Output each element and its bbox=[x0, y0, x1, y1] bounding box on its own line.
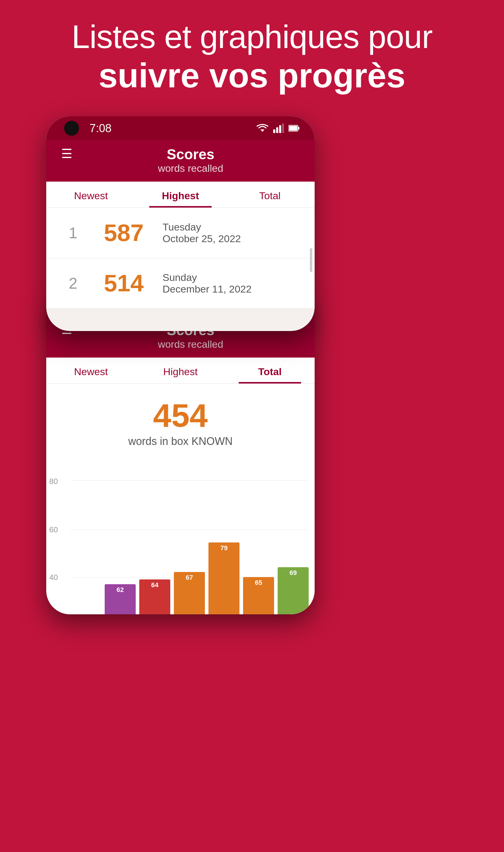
phone2-subtitle: words recalled bbox=[82, 339, 300, 350]
header-line2: suivre vos progrès bbox=[24, 56, 480, 95]
phone1-tab-bar: Newest Highest Total bbox=[46, 182, 314, 208]
phone1-title-block: Scores words recalled bbox=[82, 146, 300, 174]
signal-icon bbox=[273, 124, 284, 133]
y-label-80: 80 bbox=[49, 477, 58, 486]
tab2-total[interactable]: Total bbox=[225, 358, 314, 383]
score-date-2: Sunday December 11, 2022 bbox=[163, 272, 300, 295]
bar-group-1: 48 bbox=[70, 481, 101, 614]
bar-5: 79 bbox=[209, 542, 239, 614]
score-day-2: Sunday bbox=[163, 272, 300, 283]
phone1: 7:08 bbox=[46, 116, 314, 331]
bar-6: 65 bbox=[243, 577, 274, 614]
total-number: 454 bbox=[58, 396, 303, 435]
tab-newest[interactable]: Newest bbox=[46, 182, 136, 207]
total-label: words in box KNOWN bbox=[58, 435, 303, 448]
chart-bars: 48 62 64 bbox=[70, 481, 309, 614]
total-content: 454 words in box KNOWN bbox=[46, 384, 314, 466]
phone1-subtitle: words recalled bbox=[82, 163, 300, 174]
phone1-time: 7:08 bbox=[89, 122, 111, 135]
phone1-status-bar: 7:08 bbox=[46, 116, 314, 140]
phone2-tab-bar: Newest Highest Total bbox=[46, 358, 314, 384]
bar-group-3: 64 bbox=[139, 481, 170, 614]
wifi-icon bbox=[256, 124, 269, 133]
tab-highest[interactable]: Highest bbox=[136, 182, 225, 207]
bar-3: 64 bbox=[139, 579, 170, 614]
camera-notch bbox=[64, 121, 79, 136]
bar-2: 62 bbox=[105, 584, 136, 614]
svg-rect-3 bbox=[279, 125, 281, 133]
bar-group-5: 79 bbox=[209, 481, 239, 614]
phone1-title: Scores bbox=[82, 146, 300, 163]
y-label-40: 40 bbox=[49, 573, 58, 582]
bar-group-7: 69 bbox=[278, 481, 309, 614]
tab2-highest[interactable]: Highest bbox=[136, 358, 225, 383]
tab-total[interactable]: Total bbox=[225, 182, 314, 207]
table-row: 2 514 Sunday December 11, 2022 bbox=[46, 258, 314, 309]
rank-1: 1 bbox=[61, 224, 85, 242]
table-row: 1 587 Tuesday October 25, 2022 bbox=[46, 208, 314, 258]
scrollbar[interactable] bbox=[310, 248, 312, 272]
phone1-score-list: 1 587 Tuesday October 25, 2022 2 514 Sun… bbox=[46, 208, 314, 309]
score-fulldate-2: December 11, 2022 bbox=[163, 283, 300, 295]
svg-rect-1 bbox=[273, 129, 275, 133]
page-background: Listes et graphiques pour suivre vos pro… bbox=[0, 0, 504, 852]
score-fulldate-1: October 25, 2022 bbox=[163, 233, 300, 244]
bar-group-6: 65 bbox=[243, 481, 274, 614]
bar-4: 67 bbox=[174, 572, 205, 614]
bar-group-2: 62 bbox=[105, 481, 136, 614]
phone2: 5:49 bbox=[46, 292, 314, 614]
score-day-1: Tuesday bbox=[163, 221, 300, 233]
svg-marker-0 bbox=[260, 129, 265, 132]
rank-2: 2 bbox=[61, 274, 85, 292]
bar-7: 69 bbox=[278, 567, 309, 614]
phone1-screen: 7:08 bbox=[46, 116, 314, 331]
y-label-60: 60 bbox=[49, 525, 58, 534]
phone2-screen: 5:49 bbox=[46, 292, 314, 614]
score-value-2: 514 bbox=[94, 270, 154, 297]
chart-container: 80 60 40 48 bbox=[46, 466, 314, 614]
svg-rect-2 bbox=[276, 127, 278, 133]
status-icons bbox=[256, 124, 300, 133]
score-date-1: Tuesday October 25, 2022 bbox=[163, 221, 300, 244]
header-line1: Listes et graphiques pour bbox=[24, 18, 480, 56]
bar-group-4: 67 bbox=[174, 481, 205, 614]
svg-rect-4 bbox=[282, 124, 284, 133]
battery-icon bbox=[288, 124, 300, 132]
phone1-app-bar: ☰ Scores words recalled bbox=[46, 140, 314, 182]
page-header: Listes et graphiques pour suivre vos pro… bbox=[0, 0, 504, 107]
score-value-1: 587 bbox=[94, 219, 154, 247]
svg-rect-7 bbox=[298, 127, 300, 130]
tab2-newest[interactable]: Newest bbox=[46, 358, 136, 383]
svg-rect-6 bbox=[289, 126, 297, 131]
menu-icon[interactable]: ☰ bbox=[61, 148, 72, 160]
